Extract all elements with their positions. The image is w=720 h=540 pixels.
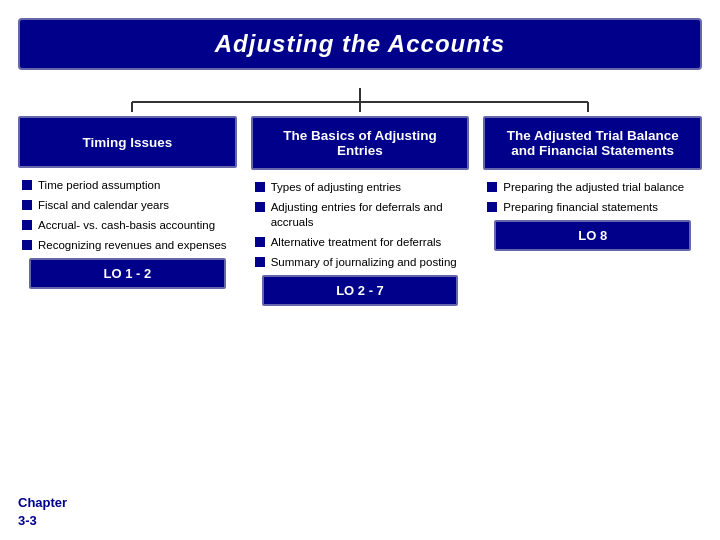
chapter-label: Chapter 3-3 [18, 494, 67, 530]
list-item: Summary of journalizing and posting [255, 255, 466, 270]
list-item: Accrual- vs. cash-basis accounting [22, 218, 233, 233]
list-item: Fiscal and calendar years [22, 198, 233, 213]
column-3: The Adjusted Trial Balance and Financial… [483, 116, 702, 251]
bullet-icon [255, 237, 265, 247]
bullet-icon [255, 182, 265, 192]
list-item: Preparing the adjusted trial balance [487, 180, 698, 195]
col3-bullet-list: Preparing the adjusted trial balance Pre… [483, 180, 702, 220]
list-item: Preparing financial statements [487, 200, 698, 215]
title-bar: Adjusting the Accounts [18, 18, 702, 70]
bullet-icon [22, 240, 32, 250]
column-2: The Basics of Adjusting Entries Types of… [251, 116, 470, 306]
bullet-icon [255, 202, 265, 212]
col1-header: Timing Issues [18, 116, 237, 168]
connector-lines [18, 88, 702, 112]
page: Adjusting the Accounts Timing Issues Tim… [0, 0, 720, 540]
columns-container: Timing Issues Time period assumption Fis… [18, 116, 702, 530]
col2-lo-badge: LO 2 - 7 [262, 275, 459, 306]
col3-lo-badge: LO 8 [494, 220, 691, 251]
list-item: Alternative treatment for deferrals [255, 235, 466, 250]
col1-lo-badge: LO 1 - 2 [29, 258, 226, 289]
bullet-icon [22, 220, 32, 230]
bullet-icon [487, 182, 497, 192]
bullet-icon [22, 180, 32, 190]
page-title: Adjusting the Accounts [215, 30, 505, 57]
list-item: Types of adjusting entries [255, 180, 466, 195]
list-item: Time period assumption [22, 178, 233, 193]
bullet-icon [255, 257, 265, 267]
list-item: Adjusting entries for deferrals and accr… [255, 200, 466, 230]
col3-header: The Adjusted Trial Balance and Financial… [483, 116, 702, 170]
col1-bullet-list: Time period assumption Fiscal and calend… [18, 178, 237, 258]
bullet-icon [487, 202, 497, 212]
column-1: Timing Issues Time period assumption Fis… [18, 116, 237, 289]
list-item: Recognizing revenues and expenses [22, 238, 233, 253]
col2-bullet-list: Types of adjusting entries Adjusting ent… [251, 180, 470, 275]
col2-header: The Basics of Adjusting Entries [251, 116, 470, 170]
bullet-icon [22, 200, 32, 210]
